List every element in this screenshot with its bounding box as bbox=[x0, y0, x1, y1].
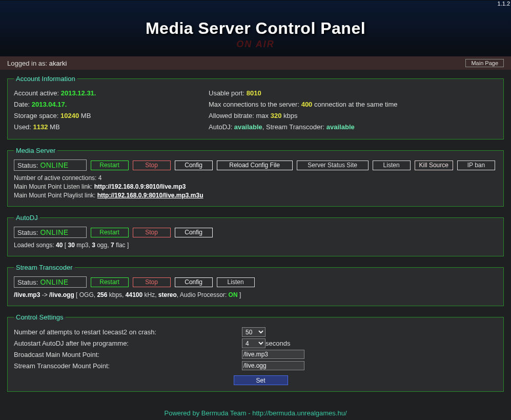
active-connections-line: Number of active connections: 4 bbox=[14, 174, 497, 183]
usable-port: 8010 bbox=[247, 89, 261, 97]
playlist-link[interactable]: http://192.168.0.9:8010/live.mp3.m3u bbox=[97, 192, 203, 199]
account-date: 2013.04.17. bbox=[32, 101, 67, 108]
media-config-button[interactable]: Config bbox=[175, 161, 213, 170]
autostart-label: Autostart AutoDJ after live programme: bbox=[14, 339, 242, 347]
footer: Powered by Bermuda Team - http://bermuda… bbox=[0, 404, 511, 420]
server-status-site-button[interactable]: Server Status Site bbox=[297, 161, 369, 170]
account-active-date: 2013.12.31. bbox=[61, 89, 96, 97]
transcoder-available: available bbox=[326, 123, 355, 131]
restart-attempts-select[interactable]: 50 bbox=[242, 327, 265, 337]
autodj-panel: AutoDJ Status: ONLINE Restart Stop Confi… bbox=[7, 214, 504, 256]
settings-legend: Control Settings bbox=[14, 313, 66, 321]
transcoder-listen-button[interactable]: Listen bbox=[217, 277, 255, 287]
autodj-restart-button[interactable]: Restart bbox=[91, 228, 129, 237]
autodj-legend: AutoDJ bbox=[14, 214, 40, 222]
logged-in-text: Logged in as: akarki bbox=[7, 59, 67, 67]
header-banner: 1.1.2 Media Server Control Panel ON AIR bbox=[0, 0, 511, 56]
listen-link-line: Main Mount Point Listen link: http://192… bbox=[14, 183, 497, 191]
media-reload-config-button[interactable]: Reload Config File bbox=[217, 161, 293, 170]
login-bar: Logged in as: akarki Main Page bbox=[0, 56, 511, 70]
media-restart-button[interactable]: Restart bbox=[91, 161, 129, 170]
broadcast-mount-input[interactable] bbox=[242, 350, 304, 359]
media-legend: Media Server bbox=[14, 147, 57, 154]
storage-space: 10240 bbox=[60, 112, 79, 119]
transcoder-config-button[interactable]: Config bbox=[175, 277, 213, 287]
account-legend: Account Information bbox=[14, 75, 77, 83]
transcoder-legend: Stream Transcoder bbox=[14, 264, 75, 271]
transcoder-panel: Stream Transcoder Status: ONLINE Restart… bbox=[7, 264, 504, 306]
control-settings-panel: Control Settings Number of attempts to r… bbox=[7, 313, 504, 392]
footer-link[interactable]: http://bermuda.unrealgames.hu/ bbox=[252, 409, 346, 417]
version-text: 1.1.2 bbox=[498, 1, 510, 7]
set-button[interactable]: Set bbox=[234, 375, 288, 385]
loaded-songs-line: Loaded songs: 40 [ 30 mp3, 3 ogg, 7 flac… bbox=[14, 241, 497, 250]
restart-attempts-label: Number of attempts to restart Icecast2 o… bbox=[14, 328, 242, 336]
autodj-stop-button[interactable]: Stop bbox=[133, 228, 171, 237]
transcoder-info-line: /live.mp3 -> /live.ogg [ OGG, 256 kbps, … bbox=[14, 291, 497, 299]
media-listen-button[interactable]: Listen bbox=[373, 161, 411, 170]
used-space: 1132 bbox=[33, 123, 48, 131]
transcoder-stop-button[interactable]: Stop bbox=[133, 277, 171, 287]
transcoder-mount-input[interactable] bbox=[242, 361, 304, 370]
allowed-bitrate: 320 bbox=[271, 112, 282, 119]
transcoder-status: Status: ONLINE bbox=[14, 276, 87, 288]
autostart-select[interactable]: 4 bbox=[242, 338, 265, 348]
autodj-config-button[interactable]: Config bbox=[175, 228, 213, 237]
broadcast-mount-label: Broadcast Main Mount Point: bbox=[14, 351, 242, 358]
playlist-link-line: Main Mount Point Playlist link: http://1… bbox=[14, 191, 497, 200]
transcoder-mount-label: Stream Transcoder Mount Point: bbox=[14, 362, 242, 370]
onair-text: ON AIR bbox=[236, 39, 274, 50]
max-connections: 400 bbox=[301, 101, 313, 108]
account-information-panel: Account Information Account active: 2013… bbox=[7, 75, 504, 139]
kill-source-button[interactable]: Kill Source bbox=[415, 161, 453, 170]
media-server-panel: Media Server Status: ONLINE Restart Stop… bbox=[7, 147, 504, 207]
media-status: Status: ONLINE bbox=[14, 159, 87, 171]
transcoder-restart-button[interactable]: Restart bbox=[91, 277, 129, 287]
autodj-available: available bbox=[234, 123, 262, 131]
media-stop-button[interactable]: Stop bbox=[133, 161, 171, 170]
ip-ban-button[interactable]: IP ban bbox=[457, 161, 495, 170]
main-page-button[interactable]: Main Page bbox=[465, 59, 504, 67]
autodj-status: Status: ONLINE bbox=[14, 227, 87, 238]
page-title: Media Server Control Panel bbox=[146, 19, 365, 38]
